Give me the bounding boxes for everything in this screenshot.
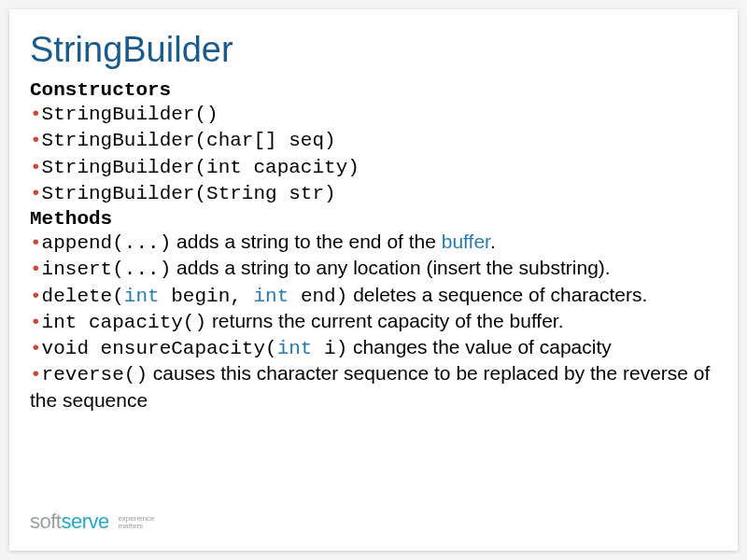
method-delete: •delete(int begin, int end) deletes a se…	[30, 283, 717, 309]
bullet-icon: •	[30, 286, 42, 307]
method-code: i)	[312, 338, 347, 359]
constructor-code: StringBuilder()	[42, 104, 218, 125]
keyword-int: int	[124, 286, 160, 307]
constructor-code: StringBuilder(String str)	[42, 183, 336, 204]
keyword-int: int	[253, 286, 289, 307]
method-insert: •insert(...) adds a string to any locati…	[30, 256, 717, 282]
method-append: •append(...) adds a string to the end of…	[30, 230, 717, 256]
bullet-icon: •	[30, 104, 42, 125]
bullet-icon: •	[30, 364, 42, 385]
constructor-item: •StringBuilder()	[30, 101, 717, 127]
slide-title: StringBuilder	[30, 30, 717, 70]
softserve-logo: softserve experiencematters	[30, 510, 155, 534]
constructor-code: StringBuilder(char[] seq)	[42, 130, 336, 151]
constructor-item: •StringBuilder(char[] seq)	[30, 127, 717, 153]
method-capacity: •int capacity() returns the current capa…	[30, 309, 717, 335]
logo-soft: soft	[30, 510, 61, 533]
bullet-icon: •	[30, 157, 42, 178]
method-desc: changes the value of capacity	[347, 336, 612, 357]
method-code: reverse()	[42, 364, 148, 385]
method-code: begin,	[160, 286, 254, 307]
method-ensure: •void ensureCapacity(int i) changes the …	[30, 335, 717, 361]
bullet-icon: •	[30, 338, 42, 359]
method-desc: adds a string to the end of the	[171, 231, 442, 252]
method-desc: returns the current capacity of the buff…	[206, 310, 564, 331]
methods-heading: Methods	[30, 208, 717, 230]
bullet-icon: •	[30, 259, 42, 280]
method-desc: deletes a sequence of characters.	[347, 284, 647, 305]
bullet-icon: •	[30, 232, 42, 254]
method-reverse: •reverse() causes this character sequenc…	[30, 361, 717, 413]
constructor-code: StringBuilder(int capacity)	[42, 157, 359, 178]
constructor-item: •StringBuilder(String str)	[30, 180, 717, 206]
bullet-icon: •	[30, 130, 42, 151]
bullet-icon: •	[30, 312, 42, 333]
keyword-int: int	[277, 338, 313, 359]
logo-tagline: experiencematters	[118, 515, 154, 530]
method-code: void ensureCapacity(	[42, 338, 277, 359]
constructors-heading: Constructors	[30, 79, 717, 101]
method-code: insert(...)	[42, 259, 172, 280]
method-desc: adds a string to any location (insert th…	[171, 257, 610, 278]
slide: StringBuilder Constructors •StringBuilde…	[9, 9, 738, 551]
bullet-icon: •	[30, 183, 42, 204]
method-code: delete(	[42, 286, 124, 307]
method-code: append(...)	[42, 232, 172, 254]
logo-serve: serve	[61, 510, 108, 533]
method-desc: .	[490, 231, 496, 252]
constructor-item: •StringBuilder(int capacity)	[30, 154, 717, 180]
buffer-link[interactable]: buffer	[442, 231, 490, 252]
method-code: end)	[289, 286, 347, 307]
method-code: int capacity()	[42, 312, 206, 333]
